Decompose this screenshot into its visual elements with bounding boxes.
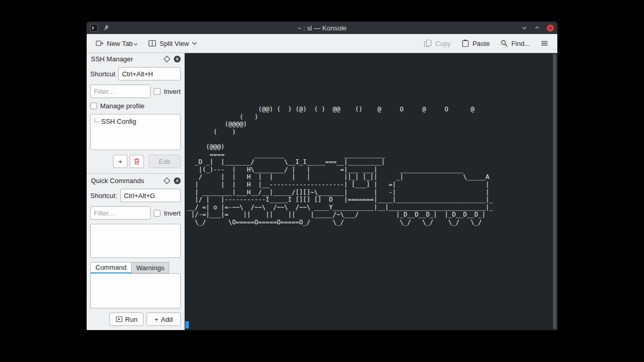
manage-profile-checkbox[interactable] <box>90 103 97 109</box>
paste-button[interactable]: Paste <box>457 37 494 50</box>
tree-branch-icon <box>94 118 99 122</box>
float-panel-icon[interactable] <box>163 177 171 185</box>
qc-command-list[interactable] <box>90 224 181 258</box>
ssh-shortcut-input[interactable] <box>118 67 181 80</box>
run-label: Run <box>125 316 138 323</box>
menu-button[interactable] <box>536 37 553 50</box>
tree-item-ssh-config[interactable]: SSH Config <box>93 118 178 125</box>
window-main: SSH Manager Shortcut <box>87 53 557 330</box>
pin-icon[interactable] <box>102 24 110 32</box>
hamburger-menu-icon <box>540 39 549 47</box>
tab-warnings[interactable]: Warnings <box>132 262 169 273</box>
new-tab-button[interactable]: New Tab <box>91 37 142 50</box>
ssh-filter-row: Invert <box>87 83 184 100</box>
ssh-invert-label: Invert <box>164 88 181 95</box>
manage-profile-label: Manage profile <box>100 102 144 110</box>
paste-icon <box>461 39 470 47</box>
paste-label: Paste <box>473 40 490 47</box>
ssh-manager-title: SSH Manager <box>91 55 160 63</box>
split-view-button[interactable]: Split View <box>143 37 202 50</box>
terminal[interactable]: (@@) ( ) (@) ( ) @@ () @ O @ O @ ( ) (@@… <box>185 53 552 330</box>
ssh-buttons-row: + Edit <box>87 152 184 173</box>
ssh-manager-panel: SSH Manager Shortcut <box>87 53 184 173</box>
qc-filter-input[interactable] <box>90 206 151 220</box>
terminal-output: (@@) ( ) (@) ( ) @@ () @ O @ O @ ( ) (@@… <box>185 53 552 226</box>
ssh-shortcut-row: Shortcut <box>87 65 184 83</box>
add-label: Add <box>161 316 173 323</box>
titlebar[interactable]: ~ : sl — Konsole <box>87 22 557 34</box>
quick-commands-title: Quick Commands <box>91 177 160 185</box>
toolbar: New Tab Split View Copy <box>87 34 557 53</box>
run-button[interactable]: Run <box>109 312 143 326</box>
ssh-filter-input[interactable] <box>90 85 151 98</box>
edit-label: Edit <box>159 158 170 166</box>
ssh-delete-button[interactable] <box>130 155 144 168</box>
qc-tabbar: Command Warnings <box>90 262 181 273</box>
find-label: Find... <box>511 40 530 47</box>
split-view-icon <box>148 39 156 47</box>
new-tab-icon <box>95 39 104 47</box>
new-tab-dropdown-caret <box>134 42 138 46</box>
ssh-add-button[interactable]: + <box>113 155 127 168</box>
konsole-window: ~ : sl — Konsole New Tab <box>87 22 557 330</box>
window-title: ~ : sl — Konsole <box>87 24 557 32</box>
copy-label: Copy <box>435 40 450 47</box>
plus-icon: + <box>154 316 158 323</box>
window-controls <box>520 24 554 32</box>
tree-item-label: SSH Config <box>101 118 136 125</box>
manage-profile-row: Manage profile <box>87 100 184 112</box>
quick-commands-header[interactable]: Quick Commands <box>87 175 184 187</box>
close-panel-icon[interactable] <box>173 55 181 63</box>
copy-icon <box>424 39 432 47</box>
close-button[interactable] <box>546 24 554 32</box>
qc-buttons-row: Run + Add <box>87 308 184 330</box>
desktop-background: ~ : sl — Konsole New Tab <box>0 0 644 362</box>
plus-icon: + <box>118 158 122 166</box>
qc-command-editor[interactable] <box>90 273 181 308</box>
quick-commands-panel: Quick Commands Shortcut: <box>87 173 184 330</box>
find-button[interactable]: Find... <box>495 37 535 50</box>
scrollbar-thumb[interactable] <box>553 54 556 329</box>
minimize-button[interactable] <box>520 24 528 32</box>
ssh-shortcut-label: Shortcut <box>90 70 115 78</box>
chevron-down-icon <box>192 39 197 47</box>
search-icon <box>500 39 508 47</box>
run-icon <box>116 316 123 323</box>
qc-invert-label: Invert <box>164 209 181 217</box>
ssh-edit-button[interactable]: Edit <box>149 155 181 168</box>
ssh-manager-header[interactable]: SSH Manager <box>87 53 184 65</box>
close-panel-icon[interactable] <box>173 177 181 185</box>
qc-shortcut-label: Shortcut: <box>90 192 117 200</box>
konsole-app-icon[interactable] <box>90 24 98 32</box>
add-button[interactable]: + Add <box>147 312 181 326</box>
tab-command[interactable]: Command <box>90 262 132 273</box>
terminal-cursor <box>185 321 189 328</box>
terminal-scrollbar[interactable] <box>552 53 557 330</box>
maximize-button[interactable] <box>533 24 541 32</box>
new-tab-label: New Tab <box>107 40 133 47</box>
qc-shortcut-row: Shortcut: <box>87 187 184 204</box>
float-panel-icon[interactable] <box>163 55 171 63</box>
copy-button[interactable]: Copy <box>419 37 455 50</box>
ssh-profile-tree[interactable]: SSH Config <box>90 114 181 150</box>
trash-icon <box>133 157 141 166</box>
split-view-label: Split View <box>159 40 189 47</box>
qc-filter-row: Invert <box>87 204 184 222</box>
qc-shortcut-input[interactable] <box>120 189 181 202</box>
qc-invert-checkbox[interactable] <box>154 210 160 217</box>
sidebar: SSH Manager Shortcut <box>87 53 185 330</box>
ssh-invert-checkbox[interactable] <box>154 88 160 95</box>
